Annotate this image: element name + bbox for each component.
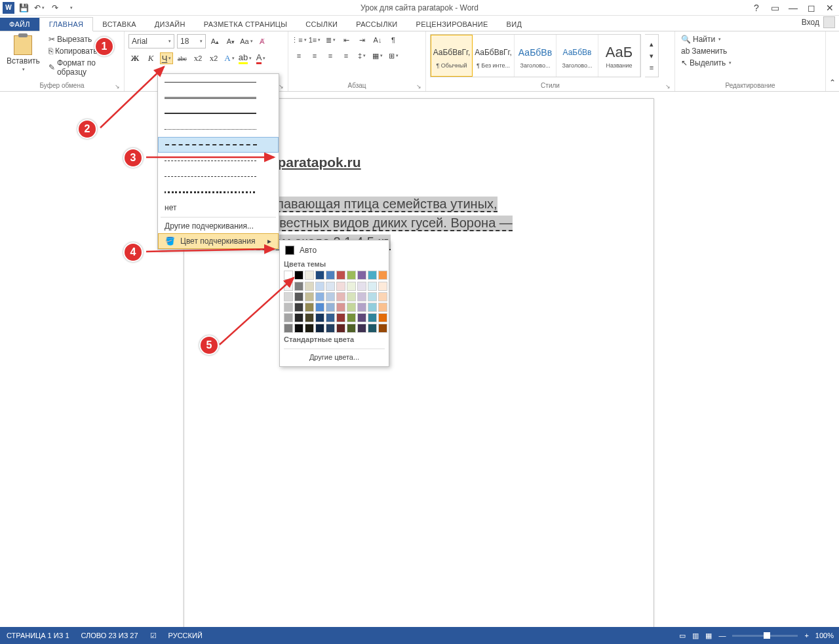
styles-expand-icon[interactable]: ≡ [645, 62, 658, 73]
tab-references[interactable]: ССЫЛКИ [296, 18, 347, 31]
find-button[interactable]: 🔍Найти▾ [679, 34, 821, 45]
clipboard-launcher-icon[interactable]: ↘ [115, 83, 120, 90]
align-center-button[interactable]: ≡ [308, 50, 321, 62]
theme-shade-swatch[interactable] [368, 303, 377, 312]
style-title[interactable]: АаБНазвание [598, 35, 640, 77]
theme-color-swatch[interactable] [368, 271, 377, 280]
multilevel-list-button[interactable]: ≣▾ [324, 34, 337, 46]
close-icon[interactable]: ✕ [823, 1, 836, 14]
underline-dashed[interactable] [158, 137, 279, 153]
theme-shade-swatch[interactable] [305, 282, 314, 291]
user-avatar-icon[interactable] [823, 16, 835, 28]
ribbon-options-icon[interactable]: ▭ [768, 1, 781, 14]
number-list-button[interactable]: 1≡▾ [308, 34, 321, 46]
redo-icon[interactable]: ↷ [49, 1, 62, 14]
language-status[interactable]: РУССКИЙ [168, 632, 203, 639]
styles-scroll-up-icon[interactable]: ▴ [645, 38, 658, 50]
increase-indent-button[interactable]: ⇥ [355, 34, 368, 46]
theme-color-swatch[interactable] [357, 271, 366, 280]
underline-wave[interactable] [158, 184, 279, 200]
tab-review[interactable]: РЕЦЕНЗИРОВАНИЕ [407, 18, 498, 31]
theme-shade-swatch[interactable] [326, 303, 335, 312]
tab-insert[interactable]: ВСТАВКА [93, 18, 145, 31]
style-normal[interactable]: АаБбВвГг,¶ Обычный [431, 35, 473, 77]
change-case-button[interactable]: Aa▾ [240, 35, 253, 47]
superscript-button[interactable]: x2 [207, 52, 220, 64]
style-heading1[interactable]: АаБбВвЗаголово... [515, 35, 556, 77]
theme-shade-swatch[interactable] [357, 303, 366, 312]
zoom-out-button[interactable]: — [718, 632, 726, 639]
help-icon[interactable]: ? [750, 1, 763, 14]
sort-button[interactable]: A↓ [371, 34, 384, 46]
theme-shade-swatch[interactable] [315, 324, 324, 333]
theme-shade-swatch[interactable] [315, 303, 324, 312]
theme-shade-swatch[interactable] [294, 303, 303, 312]
theme-shade-swatch[interactable] [294, 313, 303, 322]
minimize-icon[interactable]: — [787, 1, 800, 14]
theme-shade-swatch[interactable] [378, 292, 387, 301]
styles-gallery[interactable]: АаБбВвГг,¶ Обычный АаБбВвГг,¶ Без инте..… [430, 34, 641, 77]
style-heading2[interactable]: АаБбВвЗаголово... [556, 35, 598, 77]
styles-scroll-down-icon[interactable]: ▾ [645, 50, 658, 62]
tab-design[interactable]: ДИЗАЙН [146, 18, 195, 31]
theme-shade-swatch[interactable] [347, 313, 356, 322]
theme-shade-swatch[interactable] [294, 324, 303, 333]
tab-view[interactable]: ВИД [498, 18, 532, 31]
theme-shade-swatch[interactable] [294, 282, 303, 291]
read-mode-icon[interactable]: ▭ [679, 632, 686, 640]
zoom-slider[interactable] [732, 635, 798, 637]
clear-formatting-button[interactable]: A̸ [256, 35, 269, 47]
theme-shade-swatch[interactable] [305, 292, 314, 301]
word-count[interactable]: СЛОВО 23 ИЗ 27 [81, 632, 138, 639]
format-painter-button[interactable]: ✎Формат по образцу [47, 58, 120, 77]
theme-shade-swatch[interactable] [336, 282, 345, 291]
theme-shade-swatch[interactable] [347, 292, 356, 301]
tab-layout[interactable]: РАЗМЕТКА СТРАНИЦЫ [195, 18, 297, 31]
theme-shade-swatch[interactable] [378, 303, 387, 312]
theme-shade-swatch[interactable] [315, 292, 324, 301]
theme-color-swatch[interactable] [347, 271, 356, 280]
theme-shade-swatch[interactable] [336, 303, 345, 312]
theme-shade-swatch[interactable] [284, 282, 293, 291]
theme-shade-swatch[interactable] [347, 303, 356, 312]
bold-button[interactable]: Ж [128, 52, 142, 64]
font-color-button[interactable]: A▾ [254, 52, 267, 64]
styles-launcher-icon[interactable]: ↘ [665, 83, 671, 90]
theme-shade-swatch[interactable] [284, 324, 293, 333]
zoom-level[interactable]: 100% [815, 632, 834, 639]
theme-shade-swatch[interactable] [336, 292, 345, 301]
justify-button[interactable]: ≡ [340, 50, 353, 62]
theme-color-swatch[interactable] [315, 271, 324, 280]
auto-color[interactable]: Авто [284, 243, 385, 257]
bullet-list-button[interactable]: ⋮≡▾ [292, 34, 305, 46]
underline-dash-dot-dot[interactable] [158, 168, 279, 184]
theme-shade-swatch[interactable] [284, 292, 293, 301]
shrink-font-button[interactable]: A▾ [224, 35, 237, 47]
print-layout-icon[interactable]: ▥ [692, 632, 699, 640]
underline-dotted[interactable] [158, 121, 279, 137]
theme-shade-swatch[interactable] [347, 324, 356, 333]
tab-mailings[interactable]: РАССЫЛКИ [347, 18, 406, 31]
page-status[interactable]: СТРАНИЦА 1 ИЗ 1 [7, 632, 69, 639]
proofing-icon[interactable]: ☑ [150, 632, 157, 640]
theme-shade-swatch[interactable] [315, 282, 324, 291]
grow-font-button[interactable]: A▴ [208, 35, 222, 47]
collapse-ribbon-icon[interactable]: ⌃ [829, 78, 836, 87]
sign-in-link[interactable]: Вход [802, 18, 819, 27]
tab-home[interactable]: ГЛАВНАЯ [39, 17, 94, 31]
theme-shade-swatch[interactable] [357, 292, 366, 301]
theme-shade-swatch[interactable] [378, 324, 387, 333]
maximize-icon[interactable]: ◻ [805, 1, 818, 14]
theme-shade-swatch[interactable] [305, 303, 314, 312]
theme-shade-swatch[interactable] [305, 313, 314, 322]
theme-shade-swatch[interactable] [357, 282, 366, 291]
web-layout-icon[interactable]: ▦ [705, 632, 712, 640]
style-no-spacing[interactable]: АаБбВвГг,¶ Без инте... [473, 35, 515, 77]
zoom-in-button[interactable]: + [804, 632, 808, 639]
theme-shade-swatch[interactable] [368, 282, 377, 291]
highlight-color-button[interactable]: ab▾ [239, 52, 252, 64]
theme-color-swatch[interactable] [284, 271, 293, 280]
replace-button[interactable]: abЗаменить [679, 46, 821, 56]
theme-shade-swatch[interactable] [378, 313, 387, 322]
theme-shade-swatch[interactable] [284, 303, 293, 312]
